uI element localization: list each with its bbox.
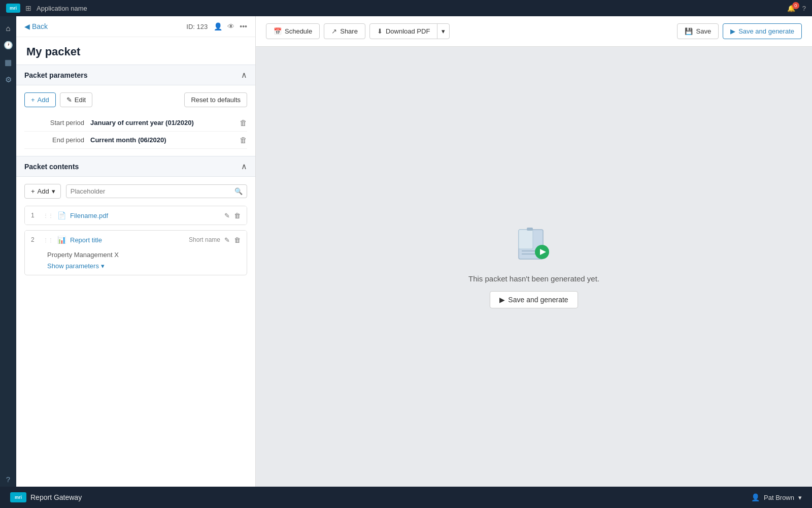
reset-label: Reset to defaults (191, 96, 241, 104)
empty-state-message: This packet hasn't been generated yet. (468, 274, 599, 283)
save-floppy-icon: 💾 (685, 27, 693, 35)
eye-icon[interactable]: 👁 (227, 22, 234, 30)
download-pdf-button[interactable]: ⬇ Download PDF (369, 23, 437, 39)
item-2-actions: ✎ 🗑 (224, 236, 241, 244)
svg-rect-1 (519, 230, 533, 249)
footer-brand: mri Report Gateway (10, 492, 82, 502)
plus-icon: + (31, 96, 35, 104)
packet-contents-title: Packet contents (24, 163, 79, 171)
content-search-input[interactable] (71, 187, 231, 195)
generate-play-icon: ▶ (499, 296, 505, 304)
empty-state: This packet hasn't been generated yet. ▶… (256, 47, 812, 487)
download-pdf-label: Download PDF (386, 27, 430, 35)
packet-id: ID: 123 (186, 23, 208, 30)
content-item-2-header: 2 ⋮⋮ 📊 Report title Short name ✎ 🗑 (25, 231, 247, 249)
help-icon[interactable]: ? (802, 5, 806, 12)
save-label: Save (696, 27, 711, 35)
footer-user-name: Pat Brown (764, 494, 794, 501)
start-period-label: Start period (24, 119, 90, 126)
sidebar-settings-icon[interactable]: ⚙ (1, 72, 16, 87)
search-icon: 🔍 (234, 187, 243, 195)
content-search-box[interactable]: 🔍 (66, 184, 247, 198)
sidebar-grid-icon[interactable]: ▦ (1, 55, 16, 70)
save-generate-label: Save and generate (738, 27, 794, 35)
schedule-button[interactable]: 📅 Schedule (266, 23, 320, 39)
contents-toolbar: + Add ▾ 🔍 (24, 184, 247, 199)
sidebar-clock-icon[interactable]: 🕐 (1, 38, 16, 53)
packet-title: My packet (16, 37, 255, 65)
footer-user[interactable]: 👤 Pat Brown ▾ (751, 493, 802, 501)
edit-parameter-button[interactable]: ✎ Edit (60, 92, 92, 107)
add-content-chevron-icon: ▾ (52, 187, 55, 195)
calendar-icon: 📅 (274, 27, 282, 35)
item-2-delete-icon[interactable]: 🗑 (234, 236, 241, 244)
footer-user-icon: 👤 (751, 493, 760, 501)
edit-label: Edit (75, 96, 86, 104)
download-button-group: ⬇ Download PDF ▾ (369, 23, 450, 39)
save-generate-play-icon: ▶ (730, 27, 735, 35)
save-and-generate-button[interactable]: ▶ Save and generate (723, 23, 802, 39)
add-content-label: Add (38, 187, 49, 195)
packet-contents-section-header[interactable]: Packet contents ∧ (16, 156, 255, 177)
back-bar: ◀ Back ID: 123 👤 👁 ••• (16, 16, 255, 37)
item-1-drag-handle[interactable]: ⋮⋮ (43, 213, 53, 218)
parameters-toolbar: + Add ✎ Edit Reset to defaults (24, 92, 247, 107)
back-arrow-icon: ◀ (24, 22, 30, 30)
sidebar-home-icon[interactable]: ⌂ (1, 20, 16, 36)
end-period-delete-icon[interactable]: 🗑 (240, 136, 247, 144)
download-icon: ⬇ (377, 27, 383, 35)
save-button[interactable]: 💾 Save (677, 23, 719, 39)
item-2-name: Report title (70, 236, 183, 244)
add-parameter-button[interactable]: + Add (24, 92, 56, 107)
show-parameters-button[interactable]: Show parameters ▾ (47, 262, 105, 270)
item-1-number: 1 (31, 212, 39, 219)
main-layout: ⌂ 🕐 ▦ ⚙ ? ◀ Back ID: 123 👤 👁 ••• My pack… (0, 16, 812, 487)
footer-user-chevron-icon: ▾ (798, 494, 802, 501)
generate-label: Save and generate (508, 296, 568, 304)
back-bar-actions: 👤 👁 ••• (214, 22, 247, 30)
end-period-label: End period (24, 136, 90, 144)
schedule-label: Schedule (285, 27, 312, 35)
item-1-name: Filename.pdf (70, 212, 220, 219)
share-button[interactable]: ↗ Share (324, 23, 365, 39)
item-1-doc-icon: 📄 (57, 211, 66, 219)
item-2-short-name: Short name (189, 236, 220, 243)
reset-defaults-button[interactable]: Reset to defaults (184, 92, 247, 107)
grid-icon[interactable]: ⊞ (25, 4, 31, 12)
end-period-value: Current month (06/2020) (90, 136, 240, 144)
share-icon: ↗ (331, 27, 337, 35)
item-1-edit-icon[interactable]: ✎ (224, 212, 230, 219)
end-period-row: End period Current month (06/2020) 🗑 (24, 132, 247, 149)
content-item-2-body: Property Management X Show parameters ▾ (25, 249, 247, 275)
more-icon[interactable]: ••• (240, 22, 247, 30)
notification-bell[interactable]: 🔔 0 (787, 5, 795, 12)
sidebar: ⌂ 🕐 ▦ ⚙ ? (0, 16, 16, 487)
svg-rect-6 (527, 228, 533, 231)
generate-button[interactable]: ▶ Save and generate (490, 291, 578, 308)
item-1-delete-icon[interactable]: 🗑 (234, 212, 241, 219)
back-button[interactable]: ◀ Back (24, 22, 48, 30)
action-bar: 📅 Schedule ↗ Share ⬇ Download PDF ▾ 💾 (256, 16, 812, 47)
packet-parameters-section-header[interactable]: Packet parameters ∧ (16, 65, 255, 85)
add-content-plus-icon: + (31, 187, 35, 195)
user-icon[interactable]: 👤 (214, 22, 222, 30)
action-bar-right: 💾 Save ▶ Save and generate (677, 23, 802, 39)
download-dropdown-button[interactable]: ▾ (437, 23, 450, 39)
footer-logo: mri (10, 492, 26, 502)
item-2-drag-handle[interactable]: ⋮⋮ (43, 237, 53, 243)
start-period-value: January of current year (01/2020) (90, 119, 240, 126)
top-bar-right: 🔔 0 ? (787, 5, 806, 12)
left-panel: ◀ Back ID: 123 👤 👁 ••• My packet Packet … (16, 16, 256, 487)
packet-parameters-title: Packet parameters (24, 71, 88, 79)
content-item-1: 1 ⋮⋮ 📄 Filename.pdf ✎ 🗑 (24, 206, 247, 225)
download-chevron-icon: ▾ (442, 27, 445, 35)
content-item-2: 2 ⋮⋮ 📊 Report title Short name ✎ 🗑 Prope… (24, 230, 247, 275)
item-2-edit-icon[interactable]: ✎ (224, 236, 230, 244)
parameters-collapse-icon: ∧ (241, 70, 247, 80)
item-2-doc-icon: 📊 (57, 236, 66, 244)
add-content-button[interactable]: + Add ▾ (24, 184, 61, 199)
back-label: Back (32, 22, 48, 30)
sidebar-help-icon[interactable]: ? (1, 471, 16, 487)
start-period-delete-icon[interactable]: 🗑 (240, 118, 247, 127)
add-label: Add (38, 96, 49, 104)
